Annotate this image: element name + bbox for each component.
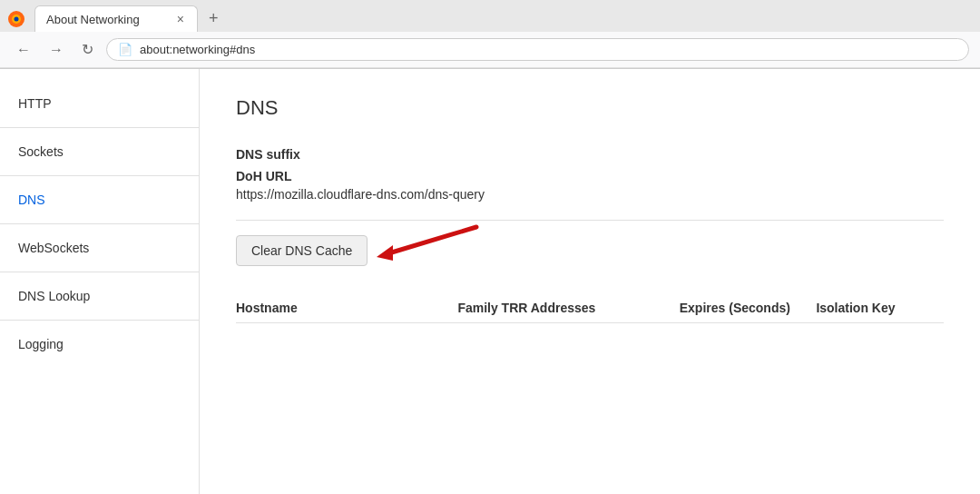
sidebar-divider-5 <box>0 320 199 321</box>
tab-close-button[interactable]: × <box>175 12 186 26</box>
sidebar-item-http[interactable]: HTTP <box>0 87 199 120</box>
col-header-hostname: Hostname <box>236 301 448 315</box>
firefox-icon <box>7 10 25 28</box>
sidebar-divider-3 <box>0 223 199 224</box>
tab-title: About Networking <box>46 13 168 26</box>
page-content: HTTP Sockets DNS WebSockets DNS Lookup L… <box>0 69 980 494</box>
sidebar-item-sockets[interactable]: Sockets <box>0 135 199 168</box>
button-row: Clear DNS Cache <box>236 235 944 266</box>
doh-url-value: https://mozilla.cloudflare-dns.com/dns-q… <box>236 187 944 202</box>
sidebar-item-dns[interactable]: DNS <box>0 183 199 216</box>
main-content: DNS DNS suffix DoH URL https://mozilla.c… <box>200 69 980 494</box>
sidebar-divider-4 <box>0 272 199 272</box>
red-arrow-annotation <box>377 222 485 268</box>
col-header-family-trr: Family TRR Addresses <box>457 301 670 315</box>
address-bar[interactable]: 📄 about:networking#dns <box>106 38 969 61</box>
sidebar-item-dns-lookup[interactable]: DNS Lookup <box>0 280 199 312</box>
sidebar-item-logging[interactable]: Logging <box>0 328 199 361</box>
sidebar-divider-1 <box>0 127 199 128</box>
tab-bar: About Networking × + <box>0 0 980 32</box>
sidebar-item-websockets[interactable]: WebSockets <box>0 232 199 264</box>
clear-dns-cache-button[interactable]: Clear DNS Cache <box>236 235 368 266</box>
active-tab[interactable]: About Networking × <box>34 5 198 32</box>
table-headers: Hostname Family TRR Addresses Expires (S… <box>236 293 944 323</box>
dns-info: DNS suffix DoH URL https://mozilla.cloud… <box>236 147 944 202</box>
col-header-isolation-key: Isolation Key <box>816 301 944 315</box>
forward-button[interactable]: → <box>44 38 69 62</box>
doh-url-row: DoH URL https://mozilla.cloudflare-dns.c… <box>236 169 944 202</box>
content-divider <box>236 220 944 221</box>
sidebar: HTTP Sockets DNS WebSockets DNS Lookup L… <box>0 69 200 494</box>
doh-url-label: DoH URL <box>236 169 944 183</box>
dns-suffix-row: DNS suffix <box>236 147 944 162</box>
back-button[interactable]: ← <box>11 38 36 62</box>
address-icon: 📄 <box>118 43 132 56</box>
page-title: DNS <box>236 96 944 120</box>
browser-chrome: About Networking × + ← → ↻ 📄 about:netwo… <box>0 0 980 69</box>
reload-button[interactable]: ↻ <box>76 37 99 62</box>
sidebar-divider-2 <box>0 175 199 176</box>
address-text: about:networking#dns <box>140 43 957 56</box>
new-tab-button[interactable]: + <box>201 5 226 32</box>
dns-suffix-label: DNS suffix <box>236 147 944 162</box>
svg-point-2 <box>15 16 19 21</box>
svg-line-3 <box>386 227 476 254</box>
col-header-expires: Expires (Seconds) <box>680 301 808 315</box>
nav-bar: ← → ↻ 📄 about:networking#dns <box>0 32 980 68</box>
svg-marker-4 <box>377 245 393 261</box>
